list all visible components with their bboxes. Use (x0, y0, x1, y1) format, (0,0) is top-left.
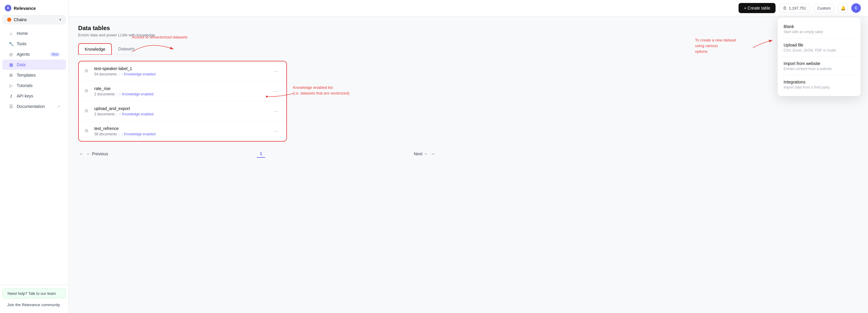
data-icon: ▦ (8, 62, 14, 67)
next-label: Next → (414, 151, 428, 156)
more-options-button[interactable]: ··· (271, 87, 280, 96)
chains-selector[interactable]: Chains ▾ (2, 15, 66, 25)
table-name: upload_and_export (94, 106, 271, 111)
table-grid-icon: ⊞ (85, 108, 91, 114)
page-subtitle: Enrich data and power LLMs with knowledg… (78, 33, 859, 37)
dropdown-item-upload[interactable]: Upload file CSV, Excel, JSON, PDF or Aud… (778, 38, 861, 57)
page-number-1[interactable]: 1 (257, 150, 265, 158)
pagination: ← ← Previous 1 Next → → (78, 150, 436, 158)
meta-separator: | (117, 112, 118, 116)
templates-icon: ⊞ (8, 73, 14, 77)
nav-tools-label: Tools (17, 41, 27, 46)
table-meta: 54 documents | Knowledge enabled (94, 72, 271, 76)
data-tabs: Knowledge Datasets (78, 43, 141, 55)
app-logo[interactable]: R Relevance (0, 0, 68, 14)
dropdown-upload-title: Upload file (783, 43, 855, 48)
credits-icon: 🗓 (783, 6, 787, 10)
table-grid-icon: ⊞ (85, 128, 91, 134)
table-row[interactable]: ⊞ test-speaker-label_1 54 documents | Kn… (79, 61, 286, 82)
tabs-container: Knowledge Datasets (78, 43, 141, 55)
knowledge-badge: Knowledge enabled (119, 92, 154, 96)
sidebar-item-home[interactable]: ⌂ Home (2, 28, 66, 38)
sidebar-item-documentation[interactable]: ☰ Documentation ↗ (2, 101, 66, 112)
notifications-icon[interactable]: 🔔 (838, 3, 848, 13)
more-options-button[interactable]: ··· (271, 67, 280, 76)
create-arrow-svg (752, 37, 776, 52)
doc-count: 2 documents (94, 92, 115, 96)
dropdown-item-blank[interactable]: Blank Start with an empty table (778, 20, 861, 38)
sidebar-bottom: Need help? Talk to our team Join the Rel… (0, 285, 68, 313)
next-button[interactable]: Next → → (414, 151, 435, 156)
nav-api-label: API keys (17, 94, 33, 98)
nav-data-label: Data (17, 62, 26, 67)
meta-separator: | (118, 132, 119, 136)
tutorials-icon: ▷ (8, 83, 14, 88)
table-meta: 38 documents | Knowledge enabled (94, 132, 271, 136)
knowledge-badge: Knowledge enabled (121, 72, 156, 76)
more-options-button[interactable]: ··· (271, 107, 280, 116)
sidebar-item-data[interactable]: ▦ Data (2, 60, 66, 70)
dropdown-item-website[interactable]: Import from website Extract content from… (778, 57, 861, 75)
nav-docs-label: Documentation (17, 104, 45, 109)
previous-label: ← Previous (87, 151, 108, 156)
chains-label: Chains (14, 17, 27, 22)
page-numbers: 1 (108, 150, 414, 158)
external-link-icon: ↗ (57, 105, 60, 108)
dropdown-website-desc: Extract content from a website (783, 67, 855, 71)
sidebar-item-agents[interactable]: ◎ Agents Beta (2, 49, 66, 59)
table-info: upload_and_export 2 documents | Knowledg… (94, 106, 271, 116)
create-annotation-text: To create a new datasetusing variousopti… (695, 38, 736, 54)
custom-button[interactable]: Custom (813, 4, 835, 12)
more-options-button[interactable]: ··· (271, 127, 280, 136)
nav-agents-label: Agents (17, 52, 30, 57)
table-row[interactable]: ⊞ rate_rise 2 documents | Knowledge enab… (79, 82, 286, 101)
agents-beta-badge: Beta (50, 52, 60, 57)
meta-separator: | (118, 72, 119, 76)
table-row[interactable]: ⊞ test_refrence 38 documents | Knowledge… (79, 121, 286, 141)
home-icon: ⌂ (8, 31, 14, 36)
nav-home-label: Home (17, 31, 28, 36)
community-button[interactable]: Join the Relevance community (2, 300, 66, 309)
knowledge-list-highlight: ⊞ test-speaker-label_1 54 documents | Kn… (78, 61, 287, 142)
table-list: ⊞ test-speaker-label_1 54 documents | Kn… (79, 61, 286, 141)
table-grid-icon: ⊞ (85, 68, 91, 74)
create-table-button[interactable]: + Create table (739, 3, 776, 13)
dropdown-item-integrations[interactable]: Integrations Import data from a third pa… (778, 75, 861, 94)
sidebar-item-tools[interactable]: 🔧 Tools (2, 39, 66, 49)
table-meta: 2 documents | Knowledge enabled (94, 92, 271, 96)
create-annotation: To create a new datasetusing variousopti… (695, 37, 755, 55)
dropdown-website-title: Import from website (783, 61, 855, 66)
sidebar-nav: ⌂ Home 🔧 Tools ◎ Agents Beta ▦ Data ⊞ Te… (0, 26, 68, 285)
previous-button[interactable]: ← ← Previous (79, 151, 108, 156)
table-grid-icon: ⊞ (85, 88, 91, 94)
sidebar-item-templates[interactable]: ⊞ Templates (2, 70, 66, 80)
sidebar-item-tutorials[interactable]: ▷ Tutorials (2, 81, 66, 91)
dropdown-integrations-desc: Import data from a third party (783, 85, 855, 89)
meta-separator: | (117, 92, 118, 96)
nav-tutorials-label: Tutorials (17, 83, 32, 88)
api-keys-icon: ⚷ (8, 94, 14, 98)
app-name: Relevance (14, 6, 36, 11)
sidebar-item-api-keys[interactable]: ⚷ API keys (2, 91, 66, 101)
knowledge-section: ⊞ test-speaker-label_1 54 documents | Kn… (78, 61, 287, 142)
dropdown-blank-desc: Start with an empty table (783, 30, 855, 34)
doc-count: 54 documents (94, 72, 117, 76)
table-row[interactable]: ⊞ upload_and_export 2 documents | Knowle… (79, 101, 286, 121)
credits-value: 1,197,751 (789, 6, 806, 10)
prev-arrow-icon: ← (79, 151, 84, 156)
help-button[interactable]: Need help? Talk to our team (2, 288, 66, 299)
tab-datasets[interactable]: Datasets (112, 43, 141, 55)
dropdown-blank-title: Blank (783, 24, 855, 29)
content-area: Data tables Enrich data and power LLMs w… (69, 17, 868, 313)
knowledge-annotation-text: Knowledge enabled list(i.e. datasets tha… (293, 85, 349, 95)
tab-knowledge[interactable]: Knowledge (79, 44, 111, 54)
avatar[interactable]: C (851, 3, 861, 13)
chains-left: Chains (7, 17, 27, 22)
table-name: test-speaker-label_1 (94, 66, 271, 71)
dropdown-integrations-title: Integrations (783, 80, 855, 84)
agents-icon: ◎ (8, 52, 14, 57)
table-name: test_refrence (94, 126, 271, 131)
topbar: + Create table 🗓 1,197,751 Custom 🔔 C Bl… (69, 0, 868, 17)
knowledge-badge: Knowledge enabled (119, 112, 154, 116)
chevron-down-icon: ▾ (59, 18, 61, 22)
